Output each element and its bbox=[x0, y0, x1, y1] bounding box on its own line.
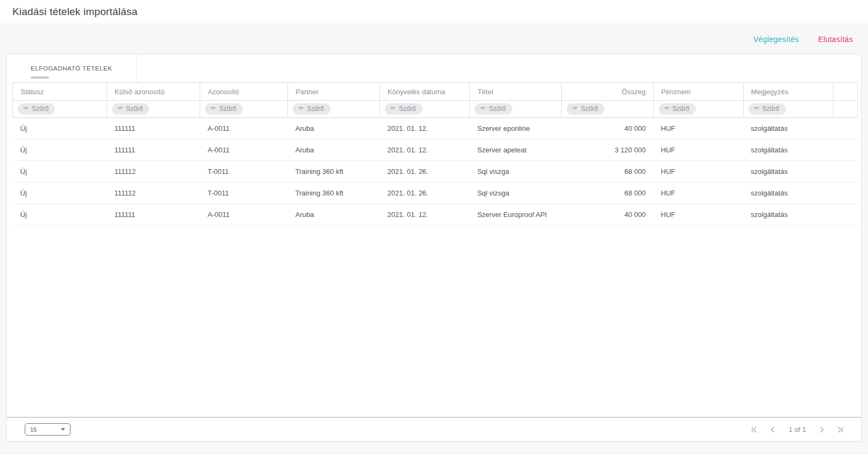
reject-button[interactable]: Elutasítás bbox=[818, 35, 853, 44]
cell-0-0: Új bbox=[13, 118, 107, 139]
row-spacer bbox=[833, 204, 857, 226]
column-header-7: Pénznem bbox=[653, 83, 743, 101]
filter-cell-5: Szűrő bbox=[470, 101, 562, 118]
filter-cell-6: Szűrő bbox=[562, 101, 653, 118]
filter-label: Szűrő bbox=[307, 105, 323, 113]
tab-bar: ELFOGADHATÓ TÉTELEK bbox=[7, 54, 861, 82]
last-page-button[interactable] bbox=[833, 423, 847, 437]
cell-4-8: szolgáltatás bbox=[743, 204, 833, 226]
table-row[interactable]: Új111111A-0011Aruba2021. 01. 12.Szerver … bbox=[13, 204, 858, 226]
cell-4-0: Új bbox=[13, 204, 107, 226]
cell-3-1: 111112 bbox=[107, 183, 200, 204]
filter-label: Szűrő bbox=[763, 105, 779, 113]
cell-2-6: 68 000 bbox=[562, 161, 653, 183]
header-spacer bbox=[833, 83, 857, 101]
cell-2-1: 111112 bbox=[107, 161, 200, 183]
cell-2-7: HUF bbox=[653, 161, 743, 183]
cell-0-6: 40 000 bbox=[562, 118, 653, 139]
filter-label: Szűrő bbox=[673, 105, 689, 113]
filter-button-8[interactable]: Szűrő bbox=[749, 103, 786, 115]
cell-4-7: HUF bbox=[653, 204, 743, 226]
table-row[interactable]: Új111111A-0011Aruba2021. 01. 12.Szerver … bbox=[13, 139, 858, 161]
cell-4-5: Szerver Europroof API bbox=[470, 204, 562, 226]
cell-3-8: szolgáltatás bbox=[743, 183, 833, 204]
last-page-icon bbox=[836, 426, 844, 433]
cell-1-1: 111111 bbox=[107, 139, 200, 161]
filter-button-1[interactable]: Szűrő bbox=[112, 103, 149, 115]
content-card: ELFOGADHATÓ TÉTELEK StátuszKülső azonosí… bbox=[6, 54, 862, 442]
pagination: 1 of 1 bbox=[747, 423, 847, 437]
cell-1-2: A-0011 bbox=[200, 139, 288, 161]
cell-0-5: Szerver eponline bbox=[470, 118, 562, 139]
filter-label: Szűrő bbox=[399, 105, 415, 113]
cell-0-4: 2021. 01. 12. bbox=[380, 118, 470, 139]
cell-1-8: szolgáltatás bbox=[743, 139, 833, 161]
filter-lines-icon bbox=[390, 106, 396, 111]
page-size-select[interactable]: 15 bbox=[25, 423, 70, 436]
filter-button-4[interactable]: Szűrő bbox=[385, 103, 422, 115]
cell-4-4: 2021. 01. 12. bbox=[380, 204, 470, 226]
header-spacer bbox=[833, 101, 857, 118]
action-bar: Véglegesítés Elutasítás bbox=[0, 24, 868, 54]
filter-button-2[interactable]: Szűrő bbox=[205, 103, 242, 115]
table-header-row: StátuszKülső azonosítóAzonosítóPartnerKö… bbox=[13, 83, 858, 101]
chevron-down-icon bbox=[61, 428, 65, 431]
finalize-button[interactable]: Véglegesítés bbox=[753, 35, 799, 44]
filter-lines-icon bbox=[664, 106, 670, 111]
previous-page-button[interactable] bbox=[766, 423, 780, 437]
filter-cell-3: Szűrő bbox=[288, 101, 380, 118]
grid-footer: 15 1 of 1 bbox=[7, 417, 861, 441]
table-row[interactable]: Új111112T-0011Training 360 kft2021. 01. … bbox=[13, 183, 858, 204]
cell-4-6: 40 000 bbox=[562, 204, 653, 226]
chevron-right-icon bbox=[818, 426, 825, 433]
cell-2-5: Sql viszga bbox=[470, 161, 562, 183]
filter-button-3[interactable]: Szűrő bbox=[293, 103, 330, 115]
cell-3-6: 68 000 bbox=[562, 183, 653, 204]
row-spacer bbox=[833, 139, 857, 161]
filter-lines-icon bbox=[117, 106, 123, 111]
filter-cell-2: Szűrő bbox=[200, 101, 288, 118]
row-spacer bbox=[833, 161, 857, 183]
cell-3-2: T-0011 bbox=[200, 183, 288, 204]
column-header-6: Összeg bbox=[562, 83, 653, 101]
cell-0-1: 111111 bbox=[107, 118, 200, 139]
column-header-5: Tétel bbox=[470, 83, 562, 101]
chevron-left-icon bbox=[769, 426, 777, 433]
cell-0-3: Aruba bbox=[288, 118, 380, 139]
filter-button-5[interactable]: Szűrő bbox=[475, 103, 512, 115]
filter-lines-icon bbox=[23, 106, 29, 111]
next-page-button[interactable] bbox=[815, 423, 829, 437]
table-row[interactable]: Új111111A-0011Aruba2021. 01. 12.Szerver … bbox=[13, 118, 858, 139]
filter-lines-icon bbox=[479, 106, 486, 111]
table-filter-row: SzűrőSzűrőSzűrőSzűrőSzűrőSzűrőSzűrőSzűrő… bbox=[13, 101, 858, 118]
cell-2-3: Training 360 kft bbox=[288, 161, 380, 183]
cell-0-7: HUF bbox=[653, 118, 743, 139]
cell-1-4: 2021. 01. 12. bbox=[380, 139, 470, 161]
filter-label: Szűrő bbox=[219, 105, 236, 113]
row-spacer bbox=[833, 118, 857, 139]
filter-label: Szűrő bbox=[32, 105, 48, 113]
first-page-button[interactable] bbox=[747, 423, 761, 437]
filter-cell-4: Szűrő bbox=[380, 101, 470, 118]
filter-cell-8: Szűrő bbox=[743, 101, 833, 118]
tab-acceptable-items[interactable]: ELFOGADHATÓ TÉTELEK bbox=[7, 54, 137, 82]
filter-button-0[interactable]: Szűrő bbox=[18, 103, 55, 115]
cell-1-5: Szerver apeteat bbox=[470, 139, 562, 161]
page-size-value: 15 bbox=[30, 426, 37, 433]
filter-lines-icon bbox=[210, 106, 216, 111]
filter-button-6[interactable]: Szűrő bbox=[567, 103, 604, 115]
first-page-icon bbox=[751, 426, 758, 433]
cell-2-2: T-0011 bbox=[200, 161, 288, 183]
cell-0-2: A-0011 bbox=[200, 118, 288, 139]
filter-lines-icon bbox=[298, 106, 304, 111]
table-row[interactable]: Új111112T-0011Training 360 kft2021. 01. … bbox=[13, 161, 858, 183]
cell-0-8: szolgáltatás bbox=[743, 118, 833, 139]
items-table: StátuszKülső azonosítóAzonosítóPartnerKö… bbox=[12, 82, 858, 226]
filter-button-7[interactable]: Szűrő bbox=[659, 103, 696, 115]
column-header-0: Státusz bbox=[13, 83, 107, 101]
filter-label: Szűrő bbox=[489, 105, 505, 113]
filter-lines-icon bbox=[571, 106, 578, 111]
page-title: Kiadási tételek importálása bbox=[12, 6, 137, 18]
cell-1-7: HUF bbox=[653, 139, 743, 161]
cell-2-0: Új bbox=[13, 161, 107, 183]
